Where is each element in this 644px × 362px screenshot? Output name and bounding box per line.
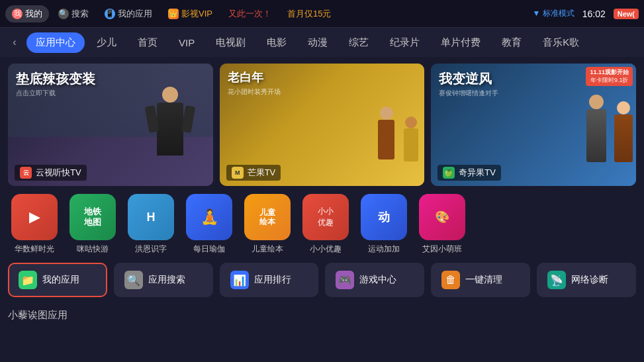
app-xiaoxiao-name: 小小优趣 bbox=[310, 244, 342, 255]
tool-appsearch[interactable]: 🔍 应用搜索 bbox=[114, 263, 213, 297]
app-kuaiyou-name: 咪咕快游 bbox=[77, 244, 109, 255]
nav-kids[interactable]: 少儿 bbox=[87, 32, 126, 53]
banner-yunshi[interactable]: 垫底辣孩变装 点击立即下载 云 云视听快TV bbox=[8, 64, 213, 186]
topbar-vip-label: 影视VIP bbox=[181, 8, 212, 20]
app-huashu[interactable]: ▶ 华数鲜时光 bbox=[8, 194, 61, 255]
topbar-my[interactable]: 我 我的 bbox=[5, 5, 49, 23]
nav-documentary[interactable]: 纪录片 bbox=[381, 32, 429, 53]
nav-anime[interactable]: 动漫 bbox=[299, 32, 337, 53]
nav-vip[interactable]: VIP bbox=[169, 33, 204, 52]
banner-mango-text: 老白年 花小团时装秀开场 bbox=[228, 71, 281, 97]
nav-home[interactable]: 首页 bbox=[128, 32, 167, 53]
app-kuaiyou[interactable]: 地铁地图 咪咕快游 bbox=[66, 194, 119, 255]
banner-yunshi-subtitle: 点击立即下载 bbox=[16, 89, 95, 98]
top-bar-right: ▼ 标准模式 16:02 New( bbox=[532, 8, 639, 19]
app-huashu-name: 华数鲜时光 bbox=[15, 244, 54, 255]
nav-back-button[interactable]: ‹ bbox=[5, 33, 24, 52]
tool-net-icon: 📡 bbox=[547, 271, 566, 289]
tool-netdiag-label: 网络诊断 bbox=[571, 274, 608, 286]
tool-gamecenter[interactable]: 🎮 游戏中心 bbox=[325, 263, 424, 297]
app-yundong-name: 运动加加 bbox=[368, 244, 400, 255]
nav-education[interactable]: 教育 bbox=[492, 32, 531, 53]
nav-tvdrama[interactable]: 电视剧 bbox=[207, 32, 255, 53]
tool-myapp[interactable]: 📁 我的应用 bbox=[8, 263, 107, 297]
banner-mango-label: M 芒果TV bbox=[226, 165, 281, 181]
main-content: 垫底辣孩变装 点击立即下载 云 云视听快TV bbox=[0, 57, 644, 309]
tool-clean-icon: 🗑 bbox=[441, 271, 460, 289]
app-xiaoxiao[interactable]: 小小优趣 小小优趣 bbox=[299, 194, 352, 255]
banner-yunshi-title: 垫底辣孩变装 bbox=[16, 71, 95, 86]
app-huashu-icon: ▶ bbox=[11, 194, 58, 240]
app-hongsi-icon: H bbox=[128, 194, 174, 240]
nav-appcenter[interactable]: 应用中心 bbox=[26, 32, 85, 53]
topbar-vip[interactable]: 👑 影视VIP bbox=[161, 5, 219, 23]
topbar-myapp[interactable]: 📱 我的应用 bbox=[98, 5, 159, 23]
banner-qiyi-label: 🍏 奇异果TV bbox=[437, 165, 501, 181]
wifi-icon: ▼ 标准模式 bbox=[532, 8, 574, 19]
app-ertong-icon: 儿童绘本 bbox=[244, 194, 291, 240]
yunshi-logo: 云 bbox=[20, 167, 32, 179]
bottom-section-title: 小藜诶图应用 bbox=[8, 309, 636, 322]
nav-movie[interactable]: 电影 bbox=[257, 32, 296, 53]
app-aiyinxiao-name: 艾因小萌班 bbox=[422, 244, 462, 255]
tool-appsearch-label: 应用搜索 bbox=[148, 274, 185, 286]
banners-row: 垫底辣孩变装 点击立即下载 云 云视听快TV bbox=[8, 64, 636, 186]
app-meiri-name: 每日瑜伽 bbox=[193, 244, 225, 255]
tool-gamecenter-label: 游戏中心 bbox=[359, 274, 396, 286]
bottom-section: 小藜诶图应用 bbox=[0, 309, 644, 322]
my-icon: 我 bbox=[12, 9, 23, 19]
banner-mango[interactable]: 老白年 花小团时装秀开场 M 芒果TV bbox=[220, 64, 425, 186]
topbar-my-label: 我的 bbox=[25, 8, 42, 20]
mango-name: 芒果TV bbox=[248, 167, 276, 179]
apps-row: ▶ 华数鲜时光 地铁地图 咪咕快游 H 洪恩识字 🧘 每日瑜伽 儿童绘本 儿童绘… bbox=[8, 194, 636, 255]
topbar-firstmonth[interactable]: 首月仅15元 bbox=[281, 5, 338, 23]
nav-paid[interactable]: 单片付费 bbox=[432, 32, 490, 53]
search-icon: 🔍 bbox=[58, 9, 69, 19]
qiyi-logo: 🍏 bbox=[443, 167, 455, 179]
banner-qiyi[interactable]: 11.11观影开始 年卡限时9.1折 我变逆风 赛俊钟增曙情逢对手 🍏 奇异果T… bbox=[431, 64, 636, 186]
tool-oneclean[interactable]: 🗑 一键清理 bbox=[431, 263, 530, 297]
topbar-firstmonth-label: 首月仅15元 bbox=[287, 8, 331, 20]
banner-yunshi-label: 云 云视听快TV bbox=[15, 165, 87, 181]
topbar-search[interactable]: 🔍 搜索 bbox=[52, 5, 95, 23]
yunshi-name: 云视听快TV bbox=[36, 167, 81, 179]
banner-qiyi-text: 我变逆风 赛俊钟增曙情逢对手 bbox=[439, 71, 498, 98]
app-aiyinxiao[interactable]: 🎨 艾因小萌班 bbox=[416, 194, 469, 255]
new-badge: New( bbox=[614, 9, 639, 19]
app-meiri[interactable]: 🧘 每日瑜伽 bbox=[183, 194, 236, 255]
nav-music[interactable]: 音乐K歌 bbox=[533, 32, 588, 53]
tool-myapp-icon: 📁 bbox=[19, 271, 37, 289]
mango-logo: M bbox=[232, 167, 244, 179]
app-ertong-name: 儿童绘本 bbox=[252, 244, 283, 255]
myapp-icon: 📱 bbox=[105, 9, 115, 19]
tool-myapp-label: 我的应用 bbox=[42, 274, 79, 286]
tool-apprank-label: 应用排行 bbox=[254, 274, 291, 286]
tool-game-icon: 🎮 bbox=[336, 271, 354, 289]
app-yundong-icon: 动 bbox=[361, 194, 407, 240]
vip-icon: 👑 bbox=[168, 9, 179, 19]
qiyi-name: 奇异果TV bbox=[459, 167, 496, 179]
nav-variety[interactable]: 综艺 bbox=[340, 32, 378, 53]
banner-qiyi-badge: 11.11观影开始 年卡限时9.1折 bbox=[586, 67, 633, 86]
app-aiyinxiao-icon: 🎨 bbox=[419, 194, 465, 240]
banner-qiyi-title: 我变逆风 bbox=[439, 71, 498, 86]
tools-row: 📁 我的应用 🔍 应用搜索 📊 应用排行 🎮 游戏中心 🗑 一键清理 📡 网络诊… bbox=[8, 263, 636, 297]
banner-mango-title: 老白年 bbox=[228, 71, 281, 85]
tool-search-icon: 🔍 bbox=[124, 271, 143, 289]
tool-netdiag[interactable]: 📡 网络诊断 bbox=[537, 263, 636, 297]
app-kuaiyou-icon: 地铁地图 bbox=[69, 194, 116, 240]
topbar-search-label: 搜索 bbox=[71, 8, 89, 20]
banner-qiyi-subtitle: 赛俊钟增曙情逢对手 bbox=[439, 89, 498, 98]
tool-apprank[interactable]: 📊 应用排行 bbox=[220, 263, 319, 297]
tool-rank-icon: 📊 bbox=[230, 271, 249, 289]
topbar-limited[interactable]: 又此一次！ bbox=[222, 5, 278, 23]
app-xiaoxiao-icon: 小小优趣 bbox=[302, 194, 349, 240]
nav-bar: ‹ 应用中心 少儿 首页 VIP 电视剧 电影 动漫 综艺 纪录片 单片付费 教… bbox=[0, 28, 644, 57]
top-bar: 我 我的 🔍 搜索 📱 我的应用 👑 影视VIP 又此一次！ 首月仅15元 ▼ … bbox=[0, 0, 644, 28]
app-hongsi[interactable]: H 洪恩识字 bbox=[124, 194, 177, 255]
banner-mango-subtitle: 花小团时装秀开场 bbox=[228, 87, 281, 97]
app-yundong[interactable]: 动 运动加加 bbox=[357, 194, 410, 255]
banner-yunshi-text: 垫底辣孩变装 点击立即下载 bbox=[16, 71, 95, 98]
app-meiri-icon: 🧘 bbox=[186, 194, 232, 240]
app-ertong[interactable]: 儿童绘本 儿童绘本 bbox=[241, 194, 294, 255]
